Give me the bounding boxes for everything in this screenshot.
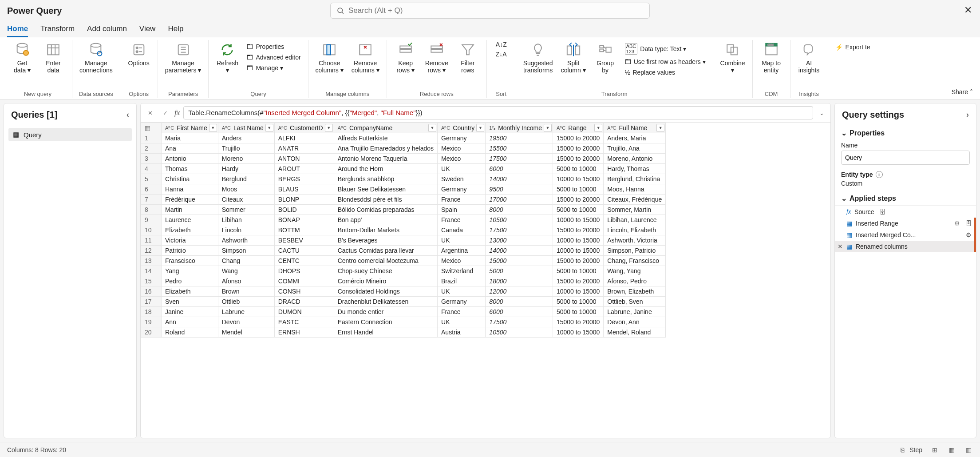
cell[interactable]: 5000 to 10000 xyxy=(553,266,603,276)
cell[interactable]: Blondesddsl pére et fils xyxy=(334,195,437,205)
cell[interactable]: Comércio Mineiro xyxy=(334,276,437,286)
cell[interactable]: ANTON xyxy=(274,154,334,164)
cell[interactable]: Frédérique xyxy=(162,195,218,205)
cell[interactable]: Austria xyxy=(438,327,486,338)
cell[interactable]: Victoria xyxy=(162,235,218,246)
cell[interactable]: Spain xyxy=(438,205,486,215)
properties-section-header[interactable]: ⌄Properties xyxy=(835,126,976,140)
cell[interactable]: Janine xyxy=(162,307,218,317)
ai-insights-button[interactable]: AI insights xyxy=(795,40,823,76)
cell[interactable]: 10000 to 15000 xyxy=(553,327,603,338)
table-row[interactable]: 20RolandMendelERNSHErnst HandelAustria10… xyxy=(141,327,666,338)
cell[interactable]: Brown, Elizabeth xyxy=(604,286,666,297)
cell[interactable]: Mexico xyxy=(438,154,486,164)
filter-dropdown-icon[interactable]: ▼ xyxy=(325,124,333,132)
cell[interactable]: BOTTM xyxy=(274,225,334,235)
tab-home[interactable]: Home xyxy=(7,24,28,37)
cell[interactable]: Ashworth, Victoria xyxy=(604,235,666,246)
gear-icon[interactable]: ⚙ xyxy=(954,220,960,227)
cell[interactable]: EASTC xyxy=(274,317,334,327)
cell[interactable]: Mendel xyxy=(218,327,274,338)
column-header-first-name[interactable]: AᴮCFirst Name▼ xyxy=(162,123,218,133)
column-header-customerid[interactable]: AᴮCCustomerID▼ xyxy=(274,123,334,133)
info-icon[interactable]: i xyxy=(876,171,883,178)
cell[interactable]: Yang xyxy=(162,266,218,276)
cell[interactable]: Chang xyxy=(218,256,274,266)
formula-expand-icon[interactable]: ⌄ xyxy=(817,110,827,116)
cell[interactable]: Chang, Franscisco xyxy=(604,256,666,266)
column-header-full-name[interactable]: AᴮCFull Name▼ xyxy=(604,123,666,133)
remove-columns-button[interactable]: Remove columns ▾ xyxy=(349,40,382,76)
applied-step[interactable]: ✕▦Renamed columns xyxy=(835,241,976,252)
cell[interactable]: Simpson xyxy=(218,246,274,256)
tab-help[interactable]: Help xyxy=(168,24,183,37)
collapse-queries-icon[interactable]: ‹ xyxy=(126,110,129,119)
cell[interactable]: 15000 to 20000 xyxy=(553,276,603,286)
diagram-view-icon[interactable]: ⊞ xyxy=(930,445,939,454)
cell[interactable]: BLONP xyxy=(274,195,334,205)
row-number[interactable]: 12 xyxy=(141,246,162,256)
cell[interactable]: Thomas xyxy=(162,164,218,174)
cell[interactable]: Maria xyxy=(162,133,218,143)
cell[interactable]: Patricio xyxy=(162,246,218,256)
row-number[interactable]: 2 xyxy=(141,143,162,154)
cell[interactable]: Afonso, Pedro xyxy=(604,276,666,286)
column-header-companyname[interactable]: AᴮCCompanyName▼ xyxy=(334,123,437,133)
cell[interactable]: Lincoln, Elizabeth xyxy=(604,225,666,235)
cell[interactable]: Wang, Yang xyxy=(604,266,666,276)
cell[interactable]: 6000 xyxy=(486,307,553,317)
row-number[interactable]: 13 xyxy=(141,256,162,266)
table-row[interactable]: 16ElizabethBrownCONSHConsolidated Holdin… xyxy=(141,286,666,297)
cell[interactable]: Moreno xyxy=(218,154,274,164)
row-number[interactable]: 19 xyxy=(141,317,162,327)
cell[interactable]: Berglunds snabbköp xyxy=(334,174,437,184)
cell[interactable]: Moos, Hanna xyxy=(604,184,666,195)
table-row[interactable]: 15PedroAfonsoCOMMIComércio MineiroBrazil… xyxy=(141,276,666,286)
cell[interactable]: 12000 xyxy=(486,286,553,297)
row-number[interactable]: 11 xyxy=(141,235,162,246)
cell[interactable]: Chop-suey Chinese xyxy=(334,266,437,276)
query-name-input[interactable] xyxy=(841,151,970,165)
cell[interactable]: UK xyxy=(438,164,486,174)
filter-dropdown-icon[interactable]: ▼ xyxy=(594,124,602,132)
column-header-last-name[interactable]: AᴮCLast Name▼ xyxy=(218,123,274,133)
cell[interactable]: 8000 xyxy=(486,297,553,307)
table-row[interactable]: 12PatricioSimpsonCACTUCactus Comidas par… xyxy=(141,246,666,256)
cell[interactable]: BLAUS xyxy=(274,184,334,195)
cell[interactable]: Berglund xyxy=(218,174,274,184)
properties-button[interactable]: 🗔Properties xyxy=(244,42,303,52)
column-header-monthly-income[interactable]: 1²₃Monthly Income▼ xyxy=(486,123,553,133)
options-button[interactable]: Options xyxy=(125,40,153,68)
row-number[interactable]: 17 xyxy=(141,297,162,307)
cell[interactable]: Antonio xyxy=(162,154,218,164)
table-row[interactable]: 8MartinSommerBOLIDBólido Comidas prepara… xyxy=(141,205,666,215)
cell[interactable]: 5000 to 10000 xyxy=(553,184,603,195)
row-number[interactable]: 14 xyxy=(141,266,162,276)
table-row[interactable]: 11VictoriaAshworthBESBEVB's BeveragesUK1… xyxy=(141,235,666,246)
cell[interactable]: Eastern Connection xyxy=(334,317,437,327)
cell[interactable]: UK xyxy=(438,286,486,297)
table-row[interactable]: 9LaurenceLibihanBONAPBon app'France10500… xyxy=(141,215,666,225)
manage-parameters-button[interactable]: Manage parameters ▾ xyxy=(162,40,204,76)
cell[interactable]: Hardy, Thomas xyxy=(604,164,666,174)
enter-data-button[interactable]: Enter data xyxy=(39,40,67,76)
cell[interactable]: BOLID xyxy=(274,205,334,215)
table-row[interactable]: 13FransciscoChangCENTCCentro comercial M… xyxy=(141,256,666,266)
table-row[interactable]: 18JanineLabruneDUMONDu monde entierFranc… xyxy=(141,307,666,317)
cell[interactable]: Citeaux xyxy=(218,195,274,205)
row-number[interactable]: 6 xyxy=(141,184,162,195)
manage-connections-button[interactable]: Manage connections xyxy=(77,40,115,76)
group-by-button[interactable]: Group by xyxy=(591,40,620,76)
cell[interactable]: Elizabeth xyxy=(162,225,218,235)
cell[interactable]: 15000 to 20000 xyxy=(553,133,603,143)
cell[interactable]: Martin xyxy=(162,205,218,215)
cell[interactable]: Hardy xyxy=(218,164,274,174)
cell[interactable]: Switzerland xyxy=(438,266,486,276)
cell[interactable]: 10500 xyxy=(486,327,553,338)
filter-dropdown-icon[interactable]: ▼ xyxy=(209,124,217,132)
cell[interactable]: 10000 to 15000 xyxy=(553,286,603,297)
replace-values-button[interactable]: ½Replace values xyxy=(622,68,708,77)
cell[interactable]: Cactus Comidas para llevar xyxy=(334,246,437,256)
cell[interactable]: Argentina xyxy=(438,246,486,256)
cell[interactable]: Mendel, Roland xyxy=(604,327,666,338)
